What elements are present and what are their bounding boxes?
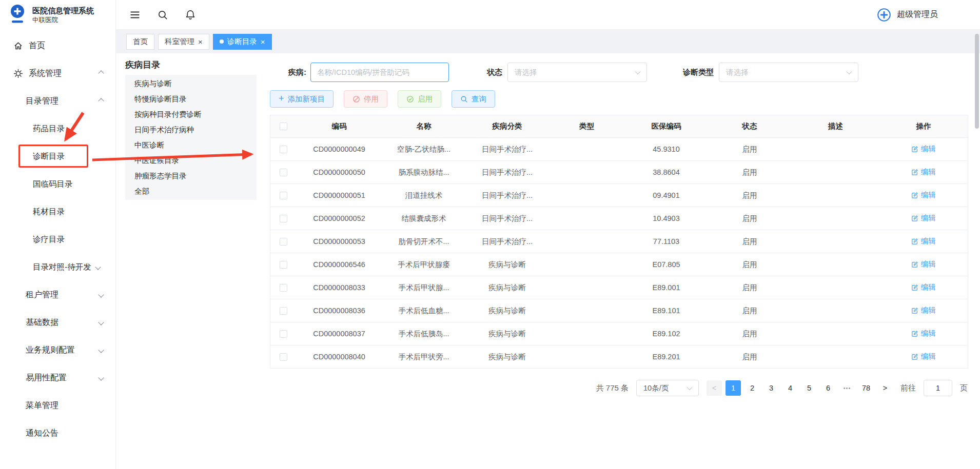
pager-page-5[interactable]: 5 xyxy=(801,380,817,396)
row-checkbox[interactable] xyxy=(280,146,287,153)
subnav: 疾病目录 疾病与诊断特慢病诊断目录按病种目录付费诊断日间手术治疗病种中医诊断中医… xyxy=(116,53,270,469)
page-scrollbar[interactable] xyxy=(974,0,980,469)
status-select[interactable]: 请选择 xyxy=(507,63,647,82)
edit-button[interactable]: 编辑 xyxy=(911,305,936,315)
sidebar-item-consumable-catalog[interactable]: 耗材目录 xyxy=(0,198,115,226)
pager-page-2[interactable]: 2 xyxy=(744,380,760,396)
row-checkbox[interactable] xyxy=(280,169,287,176)
sidebar-item-treatment-catalog[interactable]: 诊疗目录 xyxy=(0,226,115,253)
subnav-item-5[interactable]: 中医证候目录 xyxy=(125,153,257,168)
scrollbar-thumb[interactable] xyxy=(975,34,979,129)
subnav-item-3[interactable]: 日间手术治疗病种 xyxy=(125,122,257,137)
sidebar-item-national-code-catalog[interactable]: 国临码目录 xyxy=(0,170,115,198)
tab-home[interactable]: 首页 xyxy=(126,34,154,50)
page-size-select[interactable]: 10条/页 xyxy=(636,380,699,396)
sidebar-item-catalog-mgmt[interactable]: 目录管理 xyxy=(0,87,115,115)
enable-label: 启用 xyxy=(418,94,433,104)
cell-status: 启用 xyxy=(708,161,792,184)
sidebar-item-diagnosis-catalog[interactable]: 诊断目录 xyxy=(0,142,115,170)
sidebar-item-menu-mgmt[interactable]: 菜单管理 xyxy=(0,392,115,419)
sidebar-item-home[interactable]: 首页 xyxy=(0,32,115,59)
row-checkbox[interactable] xyxy=(280,353,287,361)
edit-button[interactable]: 编辑 xyxy=(911,282,936,292)
pager-more-button[interactable]: ••• xyxy=(839,380,855,396)
enable-button[interactable]: 启用 xyxy=(398,90,441,108)
sidebar-item-system-mgmt[interactable]: 系统管理 xyxy=(0,59,115,87)
subnav-item-1[interactable]: 特慢病诊断目录 xyxy=(125,91,257,107)
pager-page-4[interactable]: 4 xyxy=(782,380,798,396)
row-checkbox[interactable] xyxy=(280,215,287,222)
sidebar-item-catalog-compare[interactable]: 目录对照-待开发 xyxy=(0,253,115,281)
row-checkbox[interactable] xyxy=(280,192,287,199)
pager-page-1[interactable]: 1 xyxy=(726,380,741,396)
search-icon[interactable] xyxy=(157,9,168,21)
subnav-item-0[interactable]: 疾病与诊断 xyxy=(125,76,257,91)
query-button[interactable]: 查询 xyxy=(452,90,495,108)
pager-page-3[interactable]: 3 xyxy=(763,380,779,396)
edit-button[interactable]: 编辑 xyxy=(911,236,936,246)
sidebar-item-base-data[interactable]: 基础数据 xyxy=(0,309,115,336)
edit-button[interactable]: 编辑 xyxy=(911,213,936,223)
row-select-cell xyxy=(270,299,297,322)
row-checkbox[interactable] xyxy=(280,284,287,292)
sidebar-item-notice[interactable]: 通知公告 xyxy=(0,419,115,447)
user-menu[interactable]: 超级管理员 xyxy=(876,7,938,23)
pager-next-button[interactable]: > xyxy=(877,380,893,396)
tab-department-mgmt[interactable]: 科室管理× xyxy=(158,34,209,50)
edit-button[interactable]: 编辑 xyxy=(911,167,936,177)
topbar: 超级管理员 xyxy=(116,0,980,30)
bell-icon[interactable] xyxy=(185,9,196,21)
pager-prev-button[interactable]: < xyxy=(707,380,722,396)
row-select-cell xyxy=(270,253,297,276)
table-row: CD0000000053肋骨切开术不...日间手术治疗...77.1103启用编… xyxy=(270,230,968,253)
goto-page-input[interactable] xyxy=(924,380,952,396)
sidebar-item-label: 易用性配置 xyxy=(26,373,67,383)
select-all-checkbox[interactable] xyxy=(280,123,287,130)
pager-page-6[interactable]: 6 xyxy=(820,380,836,396)
brand: 医院信息管理系统 中联医院 xyxy=(0,0,115,30)
disease-search-input-field[interactable] xyxy=(311,68,448,76)
edit-button[interactable]: 编辑 xyxy=(911,259,936,269)
sidebar-item-drug-catalog[interactable]: 药品目录 xyxy=(0,115,115,142)
pager-page-78[interactable]: 78 xyxy=(858,380,874,396)
diagnosis-type-select[interactable]: 请选择 xyxy=(719,63,858,82)
diagnosis-table: 编码名称疾病分类类型医保编码状态描述操作 CD0000000049空肠-乙状结肠… xyxy=(270,115,968,369)
add-item-button[interactable]: + 添加新项目 xyxy=(270,90,334,108)
edit-button[interactable]: 编辑 xyxy=(911,144,936,154)
close-tab-icon[interactable]: × xyxy=(198,38,203,46)
subnav-item-4[interactable]: 中医诊断 xyxy=(125,137,257,153)
row-checkbox[interactable] xyxy=(280,307,287,315)
sidebar-item-label: 诊断目录 xyxy=(33,151,65,162)
cell-category: 疾病与诊断 xyxy=(466,253,548,276)
disable-button[interactable]: 停用 xyxy=(344,90,387,108)
row-checkbox[interactable] xyxy=(280,238,287,246)
chevron-down-icon xyxy=(98,319,104,325)
sidebar: 医院信息管理系统 中联医院 首页系统管理目录管理药品目录诊断目录国临码目录耗材目… xyxy=(0,0,116,469)
row-checkbox[interactable] xyxy=(280,261,287,269)
edit-label: 编辑 xyxy=(921,190,936,200)
edit-button[interactable]: 编辑 xyxy=(911,190,936,200)
tab-diagnosis-catalog[interactable]: 诊断目录× xyxy=(213,34,272,50)
sidebar-item-label: 诊疗目录 xyxy=(33,234,65,245)
sidebar-item-usability-config[interactable]: 易用性配置 xyxy=(0,364,115,392)
sidebar-item-business-rules[interactable]: 业务规则配置 xyxy=(0,336,115,364)
cell-actions: 编辑 xyxy=(879,138,968,161)
close-tab-icon[interactable]: × xyxy=(261,38,265,46)
brand-text: 医院信息管理系统 中联医院 xyxy=(32,6,94,24)
cell-insurance-code: 38.8604 xyxy=(625,161,708,184)
collapse-menu-icon[interactable] xyxy=(129,9,141,21)
row-checkbox[interactable] xyxy=(280,330,287,338)
cell-status: 启用 xyxy=(708,207,792,230)
column-header-3: 类型 xyxy=(548,115,625,138)
app-logo-icon xyxy=(7,4,28,26)
subnav-item-6[interactable]: 肿瘤形态学目录 xyxy=(125,168,257,183)
edit-button[interactable]: 编辑 xyxy=(911,329,936,338)
table-row: CD0000008033手术后甲状腺...疾病与诊断E89.001启用编辑 xyxy=(270,276,968,299)
edit-button[interactable]: 编辑 xyxy=(911,352,936,361)
chevron-down-icon xyxy=(846,69,852,74)
subnav-item-2[interactable]: 按病种目录付费诊断 xyxy=(125,107,257,122)
disease-search-input[interactable] xyxy=(310,63,449,82)
subnav-item-7[interactable]: 全部 xyxy=(125,183,257,199)
sidebar-item-tenant-mgmt[interactable]: 租户管理 xyxy=(0,281,115,309)
cell-code: CD0000008033 xyxy=(297,276,382,299)
